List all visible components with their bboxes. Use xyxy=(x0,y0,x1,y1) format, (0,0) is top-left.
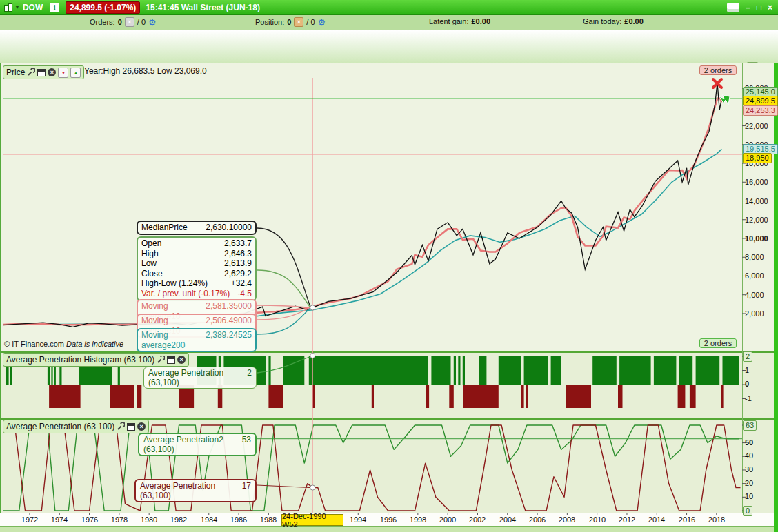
position-settings-gear-icon[interactable]: ⚙ xyxy=(318,18,326,27)
wrench-icon[interactable] xyxy=(117,422,125,431)
price-axis-label: 16,000 xyxy=(745,178,768,186)
chart-region: Price × ▼ ▲ Year:High 26,683.5 Low 23,06… xyxy=(0,63,778,532)
move-down-icon[interactable]: ▼ xyxy=(58,68,68,78)
histogram-panel-title: Average Penetration Histogram (63 100) xyxy=(6,355,154,365)
histogram-axis-label: -1 xyxy=(745,394,752,402)
histogram-axis-label: 1 xyxy=(745,366,749,374)
penetration-axis-label: 63 xyxy=(743,420,757,431)
close-button[interactable]: × xyxy=(768,3,772,12)
price-panel-header: Price × ▼ ▲ xyxy=(3,65,84,79)
maximize-button[interactable]: □ xyxy=(757,3,761,12)
year-label: 2004 xyxy=(499,515,516,524)
price-axis-label: 4,000 xyxy=(745,291,764,299)
year-label: 1974 xyxy=(51,515,68,524)
histogram-panel-header: Average Penetration Histogram (63 100) × xyxy=(3,353,189,367)
close-panel-icon[interactable]: × xyxy=(177,356,186,364)
latent-gain: Latent gain:£0.00 xyxy=(429,17,490,25)
price-axis-label: 8,000 xyxy=(745,253,764,261)
price-level-badge: 24,899.5 xyxy=(743,96,778,106)
penetration-panel-title: Average Penetration (63 100) xyxy=(6,422,114,431)
price-axis-label: 14,000 xyxy=(745,197,768,205)
ohlc-tooltip: Open2,633.7High2,646.3Low2,613.9Close2,6… xyxy=(137,236,257,301)
close-panel-icon[interactable]: × xyxy=(137,422,146,431)
selected-date-label: 24-Dec-1990 W52 xyxy=(281,514,343,526)
year-label: 2002 xyxy=(469,515,486,524)
gain-today-value: £0.00 xyxy=(624,17,644,25)
price-axis-label: 2,000 xyxy=(745,309,764,318)
price-panel-title: Price xyxy=(6,68,25,77)
year-label: 1982 xyxy=(170,515,187,524)
year-label: 2012 xyxy=(619,515,635,524)
price-level-badge: 18,950 xyxy=(743,153,772,163)
year-label: 2000 xyxy=(439,515,456,524)
year-label: 2014 xyxy=(648,515,665,524)
penetration-axis-label: 20 xyxy=(745,479,753,487)
price-axis-label: 12,000 xyxy=(745,216,768,224)
orders-cancel-icon[interactable]: × xyxy=(125,17,134,27)
title-bar: ▼ DOW i 24,899.5 (-1.07%) 15:41:45 Wall … xyxy=(0,0,778,15)
detach-window-icon[interactable] xyxy=(167,356,175,364)
toolbar: ▲▼ (x) units▼ Weekly▼ ▼ ▶ Qty xyxy=(0,30,778,63)
year-label: 1980 xyxy=(141,515,157,524)
histogram-axis-label: 2 xyxy=(743,351,752,362)
close-panel-icon[interactable]: × xyxy=(48,68,56,76)
year-label: 1998 xyxy=(410,515,426,524)
detach-window-icon[interactable] xyxy=(127,423,135,431)
copyright-note: © IT-Finance.com Data is indicative xyxy=(4,340,123,348)
year-label: 1972 xyxy=(21,515,38,524)
orders-status: Orders:0 × / 0 ⚙ xyxy=(90,17,157,27)
year-label: 1994 xyxy=(350,515,366,524)
orders-settings-gear-icon[interactable]: ⚙ xyxy=(148,18,157,27)
year-label: 1988 xyxy=(260,515,277,524)
price-axis-label: 22,000 xyxy=(745,122,768,130)
penetration2-series-label: Average Penetration2 (63,100)53 xyxy=(138,433,257,456)
orders-count-badge-bottom[interactable]: 2 orders xyxy=(699,338,737,348)
price-change-badge: 24,899.5 (-1.07%) xyxy=(66,1,140,14)
latent-gain-value: £0.00 xyxy=(472,17,491,25)
keyboard-icon[interactable] xyxy=(727,3,739,12)
year-label: 1996 xyxy=(380,515,397,524)
penetration-panel-header: Average Penetration (63 100) × xyxy=(3,420,149,433)
year-label: 1976 xyxy=(81,515,98,524)
minimize-button[interactable]: – xyxy=(746,3,750,12)
histogram-series-value: 2 xyxy=(247,368,252,387)
price-axis-label: 10,000 xyxy=(745,234,768,243)
price-axis-label: 6,000 xyxy=(745,272,764,280)
candlestick-icon xyxy=(3,3,13,12)
price-level-badge: 24,253.3 xyxy=(743,105,778,116)
penetration-axis-label: 40 xyxy=(745,451,753,460)
orders-count-badge-top[interactable]: 2 orders xyxy=(699,65,737,75)
gain-today: Gain today:£0.00 xyxy=(583,17,644,25)
penetration-axis-label: 50 xyxy=(745,438,753,447)
instrument-dropdown-icon[interactable]: ▼ xyxy=(14,4,20,10)
year-label: 2008 xyxy=(559,515,575,524)
tooltip-row: High-Low (1.24%)+32.4 xyxy=(141,278,252,289)
year-label: 1978 xyxy=(111,515,128,524)
position-status: Position:0 × / 0 ⚙ xyxy=(255,17,326,27)
year-high-low: Year:High 26,683.5 Low 23,069.0 xyxy=(84,66,207,76)
penetration-axis-label: 10 xyxy=(745,492,753,500)
median-price-tooltip: MedianPrice2,630.10000 xyxy=(137,221,257,235)
penetration2-value: 53 xyxy=(242,435,251,454)
tooltip-row: Low2,613.9 xyxy=(141,258,252,269)
year-label: 2018 xyxy=(708,515,725,524)
penetration-series-label: Average Penetration (63,100)17 xyxy=(134,479,257,502)
year-label: 2006 xyxy=(529,515,546,524)
wrench-icon[interactable] xyxy=(157,356,165,364)
tooltip-row: Open2,633.7 xyxy=(141,238,252,249)
penetration-axis-label: 30 xyxy=(745,465,753,473)
tooltip-row: Var. / prev. unit (-0.17%)-4.5 xyxy=(141,289,252,299)
year-label: 1986 xyxy=(230,515,247,524)
ma200-tooltip: Moving average2002,389.24525 xyxy=(137,328,257,352)
year-label: 2016 xyxy=(679,515,695,524)
histogram-axis-label: 0 xyxy=(745,380,749,388)
penetration-axis-label: 0 xyxy=(743,506,752,516)
position-count: 0 xyxy=(287,18,291,26)
penetration-value: 17 xyxy=(242,481,251,500)
move-up-icon[interactable]: ▲ xyxy=(70,68,81,78)
histogram-series-label: Average Penetration (63,100)2 xyxy=(143,367,257,389)
info-icon[interactable]: i xyxy=(50,3,59,12)
detach-window-icon[interactable] xyxy=(37,69,46,76)
wrench-icon[interactable] xyxy=(27,68,35,76)
position-close-icon[interactable]: × xyxy=(294,17,303,27)
